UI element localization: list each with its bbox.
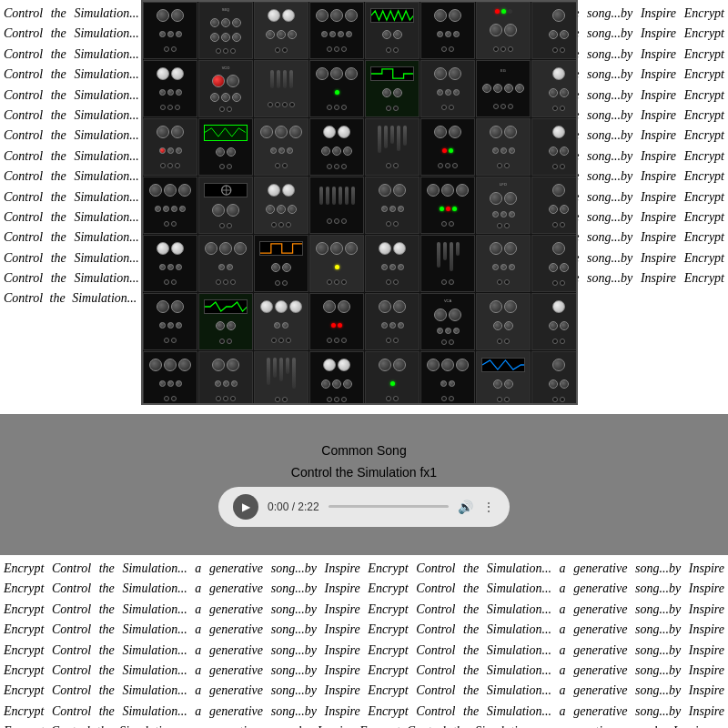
module-38 (420, 235, 475, 292)
module-20 (309, 118, 364, 176)
module-33 (143, 235, 197, 292)
module-41 (143, 293, 197, 350)
play-button[interactable]: ▶ (233, 494, 258, 520)
module-35 (254, 235, 308, 292)
module-50 (198, 351, 253, 405)
module-47 (476, 293, 531, 350)
module-25 (143, 177, 197, 234)
module-24 (531, 118, 578, 176)
module-45 (365, 293, 420, 350)
module-30 (420, 177, 475, 234)
module-56 (531, 351, 578, 405)
module-37 (365, 235, 420, 292)
module-21 (365, 118, 420, 176)
module-39 (476, 235, 531, 292)
module-16 (531, 60, 578, 117)
module-18 (198, 118, 253, 176)
module-8 (531, 2, 578, 59)
module-42 (198, 293, 253, 350)
module-49 (143, 351, 197, 405)
module-55 (476, 351, 531, 405)
module-13 (365, 60, 420, 117)
module-28 (309, 177, 364, 234)
module-14 (420, 60, 475, 117)
module-46: VCA (420, 293, 475, 350)
module-9 (143, 60, 197, 117)
song-title: Common Song (321, 443, 406, 458)
module-15: EG (476, 60, 531, 117)
module-29 (365, 177, 420, 234)
song-subtitle: Control the Simulation fx1 (291, 465, 437, 480)
progress-bar[interactable] (329, 505, 449, 508)
synth-grid: SEQ VCO (141, 0, 578, 405)
more-button[interactable]: ⋮ (482, 500, 495, 514)
module-3 (254, 2, 308, 59)
module-5 (365, 2, 420, 59)
module-26 (198, 177, 253, 234)
module-44 (309, 293, 364, 350)
player-section: Common Song Control the Simulation fx1 ▶… (0, 414, 728, 555)
time-display: 0:00 / 2:22 (268, 500, 319, 513)
module-48 (531, 293, 578, 350)
module-10: VCO (198, 60, 253, 117)
module-12 (309, 60, 364, 117)
module-32 (531, 177, 578, 234)
audio-controls: ▶ 0:00 / 2:22 🔊 ⋮ (218, 487, 510, 527)
module-43 (254, 293, 308, 350)
module-1 (143, 2, 197, 59)
module-2: SEQ (198, 2, 253, 59)
volume-button[interactable]: 🔊 (458, 500, 473, 514)
module-23 (476, 118, 531, 176)
module-31: LFO (476, 177, 531, 234)
module-22 (420, 118, 475, 176)
module-17 (143, 118, 197, 176)
module-19 (254, 118, 308, 176)
module-36 (309, 235, 364, 292)
module-54 (420, 351, 475, 405)
module-6 (420, 2, 475, 59)
module-51 (254, 351, 308, 405)
module-4 (309, 2, 364, 59)
module-34 (198, 235, 253, 292)
module-11 (254, 60, 308, 117)
module-52 (309, 351, 364, 405)
module-40 (531, 235, 578, 292)
background-text-bottom: Encrypt Control the Simulation... a gene… (0, 555, 728, 728)
module-7 (476, 2, 531, 59)
module-27 (254, 177, 308, 234)
module-53 (365, 351, 420, 405)
